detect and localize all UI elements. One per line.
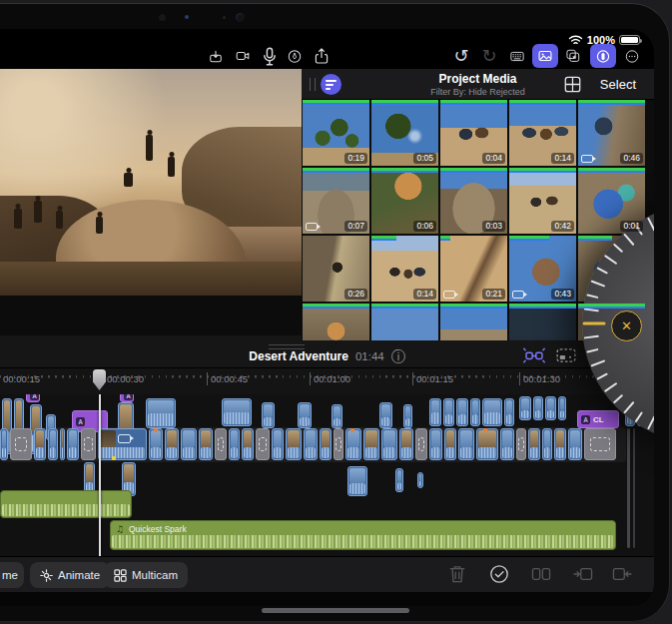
media-thumbnail[interactable]: 0:14 (371, 236, 438, 302)
video-clip[interactable] (379, 402, 392, 428)
pencil-tool-button[interactable] (282, 44, 308, 68)
video-clip[interactable] (500, 428, 514, 460)
video-clip[interactable] (519, 396, 531, 420)
media-thumbnail[interactable]: 0:04 (440, 100, 507, 166)
multicam-clip[interactable] (98, 428, 147, 460)
video-clip[interactable] (476, 428, 498, 460)
media-thumbnail[interactable]: 0:06 (371, 168, 438, 234)
split-clip-button[interactable] (530, 564, 552, 586)
media-thumbnail[interactable]: 0:26 (303, 236, 369, 302)
audio-clip[interactable] (0, 490, 132, 518)
video-clip[interactable] (199, 428, 213, 460)
timeline-scrollbar[interactable] (627, 428, 630, 548)
video-clip[interactable] (568, 428, 582, 460)
media-thumbnail[interactable]: 0:21 (440, 236, 507, 302)
viewer-preview[interactable] (0, 69, 302, 296)
effects-button[interactable] (560, 44, 586, 68)
video-clip[interactable] (545, 396, 556, 420)
video-clip[interactable] (304, 428, 318, 460)
video-clip[interactable] (429, 398, 441, 426)
video-clip[interactable] (181, 428, 197, 460)
video-clip[interactable] (403, 404, 412, 428)
enable-clip-button[interactable] (488, 564, 510, 586)
video-clip[interactable] (363, 428, 379, 460)
media-thumbnail[interactable]: 0:07 (303, 168, 369, 234)
video-clip[interactable] (34, 428, 46, 460)
title-clip[interactable]: A (26, 394, 40, 402)
undo-button[interactable]: ↺ (448, 44, 474, 68)
video-clip[interactable] (320, 428, 332, 460)
video-clip[interactable] (558, 396, 566, 420)
media-browser-button[interactable] (532, 44, 558, 68)
media-thumbnail[interactable]: PLAYHEAD (509, 304, 576, 340)
video-clip[interactable] (429, 428, 442, 460)
media-thumbnail[interactable] (303, 304, 369, 340)
video-clip[interactable] (399, 428, 413, 460)
title-clip[interactable]: A (120, 394, 134, 402)
video-clip[interactable] (554, 428, 566, 460)
audio-clip[interactable]: ♫Quickest Spark (110, 520, 616, 550)
video-clip[interactable] (528, 428, 540, 460)
video-clip[interactable] (470, 398, 480, 426)
clip-view-button[interactable] (555, 347, 577, 363)
video-clip[interactable] (222, 398, 252, 426)
animate-button[interactable]: Animate (30, 562, 110, 588)
playhead-line[interactable] (99, 394, 101, 556)
media-thumbnail[interactable]: 0:46 (578, 100, 645, 166)
import-button[interactable] (203, 44, 229, 68)
video-clip[interactable] (146, 398, 176, 428)
home-indicator[interactable] (262, 608, 409, 613)
placeholder-clip[interactable] (215, 428, 227, 460)
video-clip[interactable] (381, 428, 397, 460)
redo-button[interactable]: ↻ (476, 44, 502, 68)
jog-wheel-button[interactable] (590, 44, 616, 68)
media-thumbnail[interactable]: 0:05 (371, 100, 438, 166)
video-clip[interactable] (67, 428, 79, 460)
video-clip[interactable] (298, 402, 312, 428)
insert-clip-button[interactable] (572, 564, 594, 586)
video-clip[interactable] (0, 428, 8, 460)
timeline-overview-button[interactable] (523, 347, 545, 363)
info-icon[interactable]: ⓘ (391, 349, 405, 363)
video-clip[interactable] (48, 428, 58, 460)
media-thumbnail[interactable]: 0:14 (509, 100, 576, 166)
playhead-handle[interactable] (93, 369, 106, 390)
media-thumbnail[interactable]: 0:42 (509, 168, 576, 234)
record-audio-button[interactable] (257, 44, 283, 68)
video-clip[interactable] (395, 468, 403, 492)
video-clip[interactable] (165, 428, 179, 460)
video-clip[interactable] (504, 398, 514, 426)
video-clip[interactable] (456, 398, 468, 426)
media-thumbnail[interactable] (371, 304, 438, 340)
grid-view-button[interactable] (563, 76, 581, 94)
video-clip[interactable] (332, 404, 342, 428)
keyboard-button[interactable] (504, 44, 530, 68)
video-clip[interactable] (542, 428, 552, 460)
video-clip[interactable] (482, 398, 502, 426)
placeholder-clip[interactable] (415, 428, 427, 460)
multicam-button[interactable]: Multicam (104, 562, 188, 588)
placeholder-clip[interactable] (10, 428, 32, 460)
more-button[interactable] (619, 44, 645, 68)
media-thumbnail[interactable] (440, 304, 507, 340)
placeholder-clip[interactable] (516, 428, 526, 460)
video-clip[interactable] (458, 428, 474, 460)
video-clip[interactable] (242, 428, 254, 460)
close-jog-wheel-button[interactable]: ✕ (611, 311, 642, 341)
share-button[interactable] (309, 44, 335, 68)
media-thumbnail[interactable]: 0:19 (303, 100, 369, 166)
timeline-ruler[interactable]: 00:00:1500:00:3000:00:4500:01:0000:01:15… (0, 368, 654, 394)
placeholder-clip[interactable] (256, 428, 270, 460)
video-clip[interactable] (347, 466, 367, 496)
placeholder-clip[interactable] (334, 428, 343, 460)
video-clip[interactable] (444, 428, 456, 460)
select-button[interactable]: Select (594, 76, 642, 93)
video-clip[interactable] (272, 428, 284, 460)
video-clip[interactable] (443, 398, 454, 426)
video-clip[interactable] (286, 428, 302, 460)
delete-clip-button[interactable] (446, 564, 468, 586)
video-clip[interactable] (229, 428, 240, 460)
media-thumbnail[interactable]: 0:43 (509, 236, 576, 302)
video-clip[interactable] (533, 396, 543, 420)
append-clip-button[interactable] (611, 564, 633, 586)
